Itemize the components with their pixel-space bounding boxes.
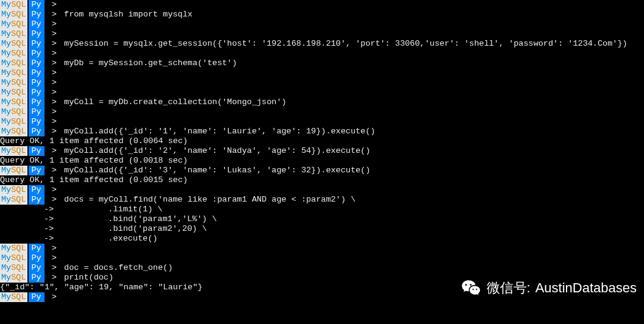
prompt-arrow: > xyxy=(45,146,64,156)
prompt-arrow: > xyxy=(45,29,64,39)
result-text: {"_id": "1", "age": 19, "name": "Laurie"… xyxy=(0,283,202,292)
prompt-mysql: MySQL xyxy=(0,29,27,39)
prompt-mysql: MySQL xyxy=(0,10,27,19)
prompt-py: Py xyxy=(29,19,45,29)
terminal-line: MySQLPy > xyxy=(0,68,644,78)
prompt-arrow: > xyxy=(45,195,64,205)
terminal-line: MySQLPy > xyxy=(0,0,644,10)
result-text: Query OK, 1 item affected (0.0015 sec) xyxy=(0,175,188,185)
terminal-output[interactable]: MySQLPy > MySQLPy > from mysqlsh import … xyxy=(0,0,644,302)
prompt-arrow: > xyxy=(45,263,64,273)
prompt-py: Py xyxy=(29,88,45,97)
prompt-arrow: > xyxy=(45,253,64,263)
terminal-line: Query OK, 1 item affected (0.0018 sec) xyxy=(0,156,644,166)
prompt-py: Py xyxy=(29,68,45,78)
prompt-arrow: > xyxy=(45,127,64,136)
terminal-line: MySQLPy > xyxy=(0,253,644,263)
command-text: from mysqlsh import mysqlx xyxy=(64,10,193,19)
terminal-line: MySQLPy > xyxy=(0,29,644,39)
prompt-mysql: MySQL xyxy=(0,292,27,302)
prompt-arrow: > xyxy=(45,0,64,10)
prompt-py: Py xyxy=(29,58,45,68)
continuation-arrow: -> xyxy=(0,205,59,214)
prompt-py: Py xyxy=(29,292,45,302)
terminal-line: MySQLPy > xyxy=(0,244,644,253)
terminal-line: MySQLPy > doc = docs.fetch_one() xyxy=(0,263,644,273)
command-text: doc = docs.fetch_one() xyxy=(64,263,173,273)
prompt-arrow: > xyxy=(45,10,64,19)
result-text: Query OK, 1 item affected (0.0018 sec) xyxy=(0,156,188,166)
command-text: print(doc) xyxy=(64,273,113,283)
watermark-value: AustinDatabases xyxy=(535,280,637,296)
prompt-mysql: MySQL xyxy=(0,263,27,273)
terminal-line: MySQLPy > from mysqlsh import mysqlx xyxy=(0,10,644,19)
prompt-mysql: MySQL xyxy=(0,146,27,156)
prompt-mysql: MySQL xyxy=(0,39,27,49)
prompt-py: Py xyxy=(29,0,45,10)
terminal-line: MySQLPy > xyxy=(0,117,644,127)
prompt-py: Py xyxy=(29,195,45,205)
terminal-line: MySQLPy > xyxy=(0,78,644,88)
prompt-arrow: > xyxy=(45,88,64,97)
prompt-py: Py xyxy=(29,244,45,253)
prompt-py: Py xyxy=(29,117,45,127)
terminal-line: -> .bind('param2',20) \ xyxy=(0,224,644,234)
prompt-mysql: MySQL xyxy=(0,58,27,68)
terminal-line: MySQLPy > myColl.add({'_id': '1', 'name'… xyxy=(0,127,644,136)
prompt-arrow: > xyxy=(45,49,64,58)
terminal-line: MySQLPy > myColl = myDb.create_collectio… xyxy=(0,97,644,107)
prompt-arrow: > xyxy=(45,292,64,302)
prompt-mysql: MySQL xyxy=(0,49,27,58)
prompt-py: Py xyxy=(29,29,45,39)
prompt-py: Py xyxy=(29,146,45,156)
terminal-line: Query OK, 1 item affected (0.0064 sec) xyxy=(0,136,644,146)
prompt-arrow: > xyxy=(45,117,64,127)
result-text: Query OK, 1 item affected (0.0064 sec) xyxy=(0,136,188,146)
terminal-line: MySQLPy > xyxy=(0,88,644,97)
wechat-icon xyxy=(461,278,482,298)
prompt-mysql: MySQL xyxy=(0,0,27,10)
terminal-line: MySQLPy > myColl.add({'_id': '2', 'name'… xyxy=(0,146,644,156)
terminal-line: MySQLPy > xyxy=(0,49,644,58)
prompt-arrow: > xyxy=(45,244,64,253)
prompt-mysql: MySQL xyxy=(0,127,27,136)
prompt-arrow: > xyxy=(45,19,64,29)
prompt-py: Py xyxy=(29,107,45,117)
terminal-line: MySQLPy > xyxy=(0,185,644,195)
prompt-mysql: MySQL xyxy=(0,78,27,88)
prompt-py: Py xyxy=(29,166,45,175)
prompt-py: Py xyxy=(29,253,45,263)
command-text: myColl = myDb.create_collection('Mongo_j… xyxy=(64,97,287,107)
prompt-mysql: MySQL xyxy=(0,19,27,29)
command-text: .bind('param1','L%') \ xyxy=(59,214,216,224)
prompt-py: Py xyxy=(29,49,45,58)
prompt-mysql: MySQL xyxy=(0,97,27,107)
prompt-mysql: MySQL xyxy=(0,273,27,283)
terminal-line: Query OK, 1 item affected (0.0015 sec) xyxy=(0,175,644,185)
prompt-py: Py xyxy=(29,185,45,195)
watermark: 微信号: AustinDatabases xyxy=(461,278,637,298)
prompt-arrow: > xyxy=(45,107,64,117)
prompt-py: Py xyxy=(29,273,45,283)
prompt-arrow: > xyxy=(45,273,64,283)
prompt-py: Py xyxy=(29,263,45,273)
prompt-mysql: MySQL xyxy=(0,117,27,127)
prompt-py: Py xyxy=(29,97,45,107)
prompt-mysql: MySQL xyxy=(0,253,27,263)
command-text: myColl.add({'_id': '2', 'name': 'Nadya',… xyxy=(64,146,370,156)
prompt-arrow: > xyxy=(45,185,64,195)
continuation-arrow: -> xyxy=(0,214,59,224)
terminal-line: MySQLPy > xyxy=(0,19,644,29)
terminal-line: MySQLPy > myDb = mySession.get_schema('t… xyxy=(0,58,644,68)
watermark-label: 微信号: xyxy=(487,279,531,297)
prompt-py: Py xyxy=(29,10,45,19)
prompt-mysql: MySQL xyxy=(0,185,27,195)
terminal-line: -> .limit(1) \ xyxy=(0,205,644,214)
terminal-line: MySQLPy > docs = myColl.find('name like … xyxy=(0,195,644,205)
command-text: myDb = mySession.get_schema('test') xyxy=(64,58,237,68)
prompt-arrow: > xyxy=(45,39,64,49)
prompt-mysql: MySQL xyxy=(0,195,27,205)
prompt-py: Py xyxy=(29,127,45,136)
command-text: mySession = mysqlx.get_session({'host': … xyxy=(64,39,628,49)
terminal-line: MySQLPy > mySession = mysqlx.get_session… xyxy=(0,39,644,49)
